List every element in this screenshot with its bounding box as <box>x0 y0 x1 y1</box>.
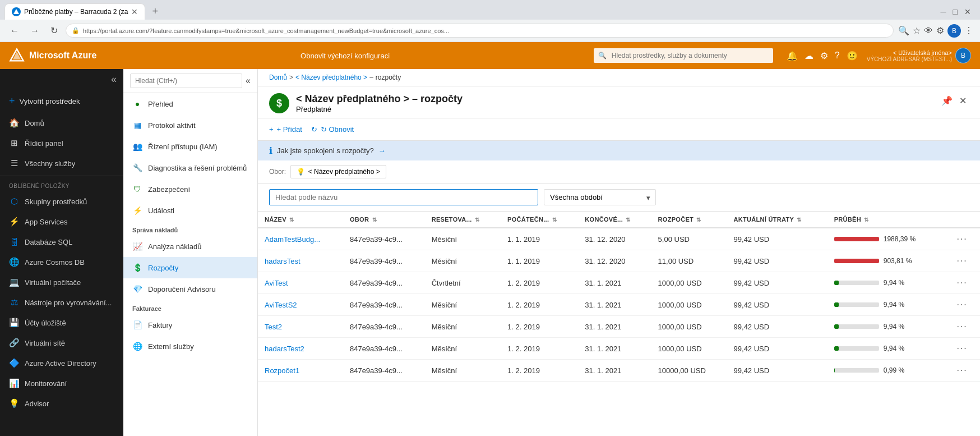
scope-pill-btn[interactable]: 💡 < Název předplatného > <box>290 165 386 178</box>
minimize-btn[interactable]: ─ <box>941 7 946 16</box>
sidebar-item-all-services[interactable]: ☰ Všechny služby <box>0 153 123 173</box>
browser-actions: 🔍 ☆ 👁 ⚙ B ⋮ <box>898 24 973 38</box>
sidebar-item-aad[interactable]: 🔷 Azure Active Directory <box>0 353 123 373</box>
bookmark-btn[interactable]: ☆ <box>913 25 921 36</box>
tab-close-btn[interactable]: ✕ <box>131 7 138 16</box>
breadcrumb-home[interactable]: Domů <box>269 74 287 81</box>
close-btn[interactable]: ✕ <box>964 7 971 16</box>
table-row: Test2 847e9a39-4c9... Měsíční 1. 2. 2019… <box>258 316 980 338</box>
period-select[interactable]: Všechna období Aktuální měsíc Minulý měs… <box>544 189 656 205</box>
mid-nav-cost-analysis[interactable]: 📈 Analýza nákladů <box>123 236 257 257</box>
row-menu-3[interactable]: ··· <box>950 294 980 316</box>
row-menu-0[interactable]: ··· <box>950 228 980 250</box>
mid-collapse-btn[interactable]: « <box>246 76 251 86</box>
sidebar-label-vms: Virtuální počítače <box>25 278 81 287</box>
left-sidebar: « + Vytvořit prostředek 🏠 Domů ⊞ Řídicí … <box>0 69 123 436</box>
reload-button[interactable]: ↻ <box>47 23 61 38</box>
row-actual-3: 99,42 USD <box>727 294 828 316</box>
azure-search-input[interactable] <box>594 48 773 63</box>
sidebar-item-app-services[interactable]: ⚡ App Services <box>0 212 123 232</box>
mid-nav-budgets[interactable]: 💲 Rozpočty <box>123 257 257 278</box>
topbar-avatar[interactable]: B <box>955 48 971 63</box>
row-name-0[interactable]: AdamTestBudg... <box>258 228 343 250</box>
menu-btn[interactable]: ⋮ <box>964 25 973 36</box>
forward-button[interactable]: → <box>27 24 43 38</box>
name-filter-input[interactable] <box>269 189 538 205</box>
sidebar-collapse-btn[interactable]: « <box>0 69 123 90</box>
maximize-btn[interactable]: □ <box>953 7 958 16</box>
sidebar-item-cosmos[interactable]: 🌐 Azure Cosmos DB <box>0 252 123 272</box>
url-bar[interactable]: 🔒 https://portal.azure.com/?feature.canm… <box>66 24 894 38</box>
topbar-settings-btn[interactable]: ⚙ <box>820 51 828 61</box>
row-menu-5[interactable]: ··· <box>950 338 980 360</box>
row-scope-4: 847e9a39-4c9... <box>343 316 425 338</box>
sidebar-item-home[interactable]: 🏠 Domů <box>0 113 123 133</box>
topbar-notifications-btn[interactable]: 🔔 <box>787 51 798 61</box>
sidebar-item-storage[interactable]: 💾 Účty úložiště <box>0 313 123 333</box>
info-bar: ℹ Jak jste spokojeni s rozpočty? → <box>258 141 980 160</box>
new-tab-button[interactable]: + <box>147 3 163 20</box>
mid-nav-events[interactable]: ⚡ Události <box>123 200 257 221</box>
row-menu-6[interactable]: ··· <box>950 360 980 382</box>
add-button[interactable]: + + Přidat <box>269 123 302 136</box>
refresh-button[interactable]: ↻ ↻ Obnovit <box>311 123 354 136</box>
sidebar-item-dashboard[interactable]: ⊞ Řídicí panel <box>0 133 123 153</box>
topbar-cloud-btn[interactable]: ☁ <box>805 51 813 61</box>
eye-btn[interactable]: 👁 <box>924 26 933 36</box>
close-panel-btn[interactable]: ✕ <box>957 93 969 108</box>
topbar-feedback-btn[interactable]: 🙂 <box>847 51 858 61</box>
row-name-4[interactable]: Test2 <box>258 316 343 338</box>
row-name-2[interactable]: AviTest <box>258 272 343 294</box>
sidebar-item-load-balancers[interactable]: ⚖ Nástroje pro vyrovnávání... <box>0 292 123 313</box>
cosmos-icon: 🌐 <box>9 257 19 267</box>
back-button[interactable]: ← <box>7 24 22 38</box>
row-name-3[interactable]: AviTestS2 <box>258 294 343 316</box>
breadcrumb-subscription[interactable]: < Název předplatného > <box>295 74 367 81</box>
row-end-6: 31. 1. 2021 <box>578 360 651 382</box>
sidebar-item-groups[interactable]: ⬡ Skupiny prostředků <box>0 191 123 212</box>
mid-nav-iam[interactable]: 👥 Řízení přístupu (IAM) <box>123 136 257 157</box>
mid-nav-security[interactable]: 🛡 Zabezpečení <box>123 178 257 200</box>
sidebar-item-vnet[interactable]: 🔗 Virtuální sítě <box>0 333 123 353</box>
row-reset-4: Měsíční <box>425 316 501 338</box>
topbar-help-btn[interactable]: ? <box>835 51 840 61</box>
pin-btn[interactable]: 📌 <box>939 93 955 108</box>
row-budget-6: 10000,00 USD <box>651 360 727 382</box>
search-browser-btn[interactable]: 🔍 <box>898 25 909 36</box>
row-progress-0: 1988,39 % <box>828 228 950 250</box>
mid-nav-diagnostics[interactable]: 🔧 Diagnostika a řešení problémů <box>123 157 257 178</box>
external-icon: 🌐 <box>132 341 142 351</box>
mid-nav-activity-log[interactable]: ▦ Protokol aktivit <box>123 114 257 136</box>
mid-nav-external[interactable]: 🌐 Externí služby <box>123 336 257 357</box>
mid-nav-invoices[interactable]: 📄 Faktury <box>123 314 257 336</box>
mid-nav-advisor-reco[interactable]: 💎 Doporučení Advisoru <box>123 278 257 300</box>
mid-label-iam: Řízení přístupu (IAM) <box>148 143 218 151</box>
row-progress-2: 9,94 % <box>828 272 950 294</box>
activity-log-icon: ▦ <box>132 120 142 130</box>
sidebar-item-sql[interactable]: 🗄 Databáze SQL <box>0 232 123 252</box>
row-name-1[interactable]: hadarsTest <box>258 250 343 272</box>
scope-icon: 💡 <box>297 168 305 176</box>
row-name-6[interactable]: Rozpočet1 <box>258 360 343 382</box>
budgets-icon: 💲 <box>132 263 142 273</box>
row-actual-2: 99,42 USD <box>727 272 828 294</box>
mid-panel-search-bar: « <box>123 69 257 93</box>
sidebar-item-advisor[interactable]: 💡 Advisor <box>0 393 123 414</box>
row-name-5[interactable]: hadarsTest2 <box>258 338 343 360</box>
mid-search-input[interactable] <box>130 74 242 88</box>
sidebar-item-vms[interactable]: 💻 Virtuální počítače <box>0 272 123 292</box>
profile-button[interactable]: B <box>947 24 961 38</box>
info-link[interactable]: → <box>378 146 386 155</box>
row-menu-1[interactable]: ··· <box>950 250 980 272</box>
active-tab[interactable]: Průběžné platby – Barracuda 2 (za ✕ <box>4 3 145 20</box>
mid-nav-overview[interactable]: ● Přehled <box>123 93 257 114</box>
row-menu-4[interactable]: ··· <box>950 316 980 338</box>
sidebar-item-monitor[interactable]: 📊 Monitorování <box>0 373 123 393</box>
scope-label-text: Obor: <box>269 168 286 176</box>
sidebar-label-home: Domů <box>25 119 44 127</box>
settings-btn[interactable]: ⚙ <box>936 25 944 36</box>
mid-label-events: Události <box>148 206 174 215</box>
sidebar-create-btn[interactable]: + Vytvořit prostředek <box>0 90 123 113</box>
sidebar-label-groups: Skupiny prostředků <box>25 198 87 206</box>
row-menu-2[interactable]: ··· <box>950 272 980 294</box>
